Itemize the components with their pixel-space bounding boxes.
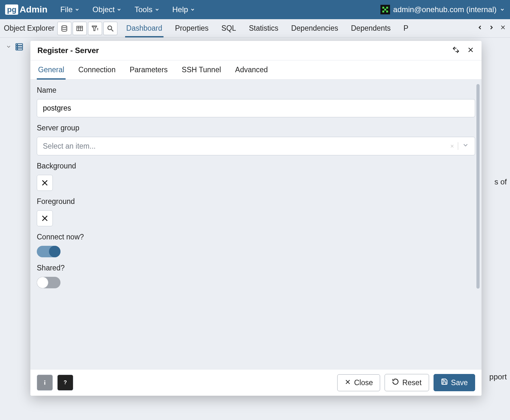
tab-prev-button[interactable] bbox=[477, 24, 483, 33]
user-label: admin@onehub.com (internal) bbox=[393, 5, 497, 14]
reset-button-label: Reset bbox=[402, 378, 421, 387]
menu-object[interactable]: Object bbox=[92, 5, 122, 14]
svg-rect-2 bbox=[386, 7, 388, 9]
dialog-tab-parameters-label: Parameters bbox=[130, 66, 168, 74]
chevron-down-icon bbox=[155, 5, 160, 14]
select-clear-icon[interactable]: × bbox=[450, 143, 454, 150]
dialog-tab-connection-label: Connection bbox=[78, 66, 116, 74]
explorer-toolbar bbox=[57, 22, 117, 35]
tab-overflow-label: P bbox=[403, 24, 408, 32]
tab-dashboard[interactable]: Dashboard bbox=[125, 19, 164, 37]
shared-label: Shared? bbox=[37, 264, 475, 272]
tree-expand-toggle[interactable] bbox=[6, 44, 12, 51]
tab-dependencies[interactable]: Dependencies bbox=[290, 19, 339, 37]
svg-point-28 bbox=[44, 380, 45, 381]
tab-sql-label: SQL bbox=[221, 24, 236, 32]
tab-properties[interactable]: Properties bbox=[174, 19, 210, 37]
chevron-down-icon bbox=[500, 5, 505, 14]
server-group-select[interactable]: Select an item... × bbox=[37, 137, 475, 155]
dialog-tab-ssh-label: SSH Tunnel bbox=[182, 66, 221, 74]
dialog-tab-advanced[interactable]: Advanced bbox=[234, 60, 269, 79]
name-input[interactable] bbox=[37, 99, 475, 117]
background-label: Background bbox=[37, 162, 475, 170]
background-color-clear-button[interactable] bbox=[37, 175, 53, 191]
connect-now-label: Connect now? bbox=[37, 233, 475, 241]
tab-navigation bbox=[477, 24, 506, 33]
filter-button[interactable] bbox=[88, 22, 102, 35]
svg-rect-4 bbox=[382, 11, 384, 12]
chevron-down-icon bbox=[462, 142, 469, 151]
user-menu[interactable]: admin@onehub.com (internal) bbox=[380, 5, 505, 14]
svg-rect-29 bbox=[44, 382, 45, 385]
svg-point-20 bbox=[17, 44, 18, 45]
separator bbox=[458, 142, 458, 150]
view-data-button[interactable] bbox=[73, 22, 87, 35]
chevron-down-icon bbox=[75, 5, 80, 14]
dialog-help-button[interactable]: ? bbox=[57, 375, 73, 391]
tab-close-button[interactable] bbox=[500, 24, 506, 33]
tab-properties-label: Properties bbox=[175, 24, 209, 32]
tab-dependents[interactable]: Dependents bbox=[350, 19, 392, 37]
server-group-label: Server group bbox=[37, 124, 475, 132]
dialog-tab-ssh-tunnel[interactable]: SSH Tunnel bbox=[180, 60, 222, 79]
tab-overflow-hint: P bbox=[402, 19, 410, 37]
svg-rect-7 bbox=[77, 26, 83, 31]
menu-help-label: Help bbox=[172, 5, 188, 14]
save-icon bbox=[441, 378, 448, 387]
tab-statistics[interactable]: Statistics bbox=[248, 19, 280, 37]
svg-rect-5 bbox=[386, 11, 388, 12]
dialog-close-button[interactable] bbox=[467, 46, 474, 55]
object-explorer-title: Object Explorer bbox=[4, 24, 55, 33]
app-header: pg Admin File Object Tools Help admin@on… bbox=[0, 0, 510, 19]
connect-now-toggle[interactable] bbox=[37, 246, 60, 257]
dialog-footer: ? Close Reset Save bbox=[30, 369, 482, 396]
dialog-tab-parameters[interactable]: Parameters bbox=[128, 60, 169, 79]
tab-statistics-label: Statistics bbox=[249, 24, 278, 32]
svg-marker-12 bbox=[93, 27, 96, 31]
svg-point-15 bbox=[108, 26, 112, 30]
menu-object-label: Object bbox=[92, 5, 115, 14]
query-tool-button[interactable] bbox=[57, 22, 71, 35]
foreground-label: Foreground bbox=[37, 197, 475, 206]
logo-pg-badge: pg bbox=[5, 4, 18, 15]
background-text-fragment: pport bbox=[489, 372, 507, 381]
close-icon bbox=[345, 378, 351, 387]
tab-sql[interactable]: SQL bbox=[220, 19, 237, 37]
dialog-tabs: General Connection Parameters SSH Tunnel… bbox=[30, 60, 482, 80]
svg-text:?: ? bbox=[64, 379, 67, 385]
menu-file[interactable]: File bbox=[60, 5, 80, 14]
tab-next-button[interactable] bbox=[488, 24, 495, 33]
dialog-body: Name Server group Select an item... × Ba… bbox=[30, 80, 482, 369]
name-label: Name bbox=[37, 86, 475, 95]
tab-dashboard-label: Dashboard bbox=[126, 24, 163, 32]
chevron-down-icon bbox=[116, 5, 122, 14]
save-button-label: Save bbox=[451, 378, 468, 387]
shared-toggle[interactable] bbox=[37, 277, 60, 288]
dialog-tab-general-label: General bbox=[38, 66, 64, 74]
workspace-tabs-row: Object Explorer Dashboard Properties SQL… bbox=[0, 19, 510, 38]
close-button[interactable]: Close bbox=[337, 374, 380, 391]
svg-point-22 bbox=[17, 49, 18, 50]
background-text-fragment: s of bbox=[494, 177, 507, 186]
dialog-tab-advanced-label: Advanced bbox=[235, 66, 268, 74]
svg-point-21 bbox=[17, 47, 18, 47]
server-group-placeholder: Select an item... bbox=[43, 142, 96, 151]
scrollbar[interactable] bbox=[476, 84, 480, 289]
menu-file-label: File bbox=[60, 5, 73, 14]
tab-dependencies-label: Dependencies bbox=[291, 24, 338, 32]
logo-admin-text: Admin bbox=[20, 4, 47, 15]
dialog-tab-general[interactable]: General bbox=[37, 60, 66, 79]
dialog-tab-connection[interactable]: Connection bbox=[77, 60, 117, 79]
svg-rect-1 bbox=[382, 7, 384, 9]
menu-tools[interactable]: Tools bbox=[134, 5, 159, 14]
reset-button[interactable]: Reset bbox=[385, 374, 429, 391]
avatar bbox=[380, 5, 390, 14]
save-button[interactable]: Save bbox=[434, 374, 475, 391]
menu-help[interactable]: Help bbox=[172, 5, 195, 14]
search-button[interactable] bbox=[103, 22, 117, 35]
dialog-maximize-button[interactable] bbox=[452, 46, 460, 55]
dialog-header: Register - Server bbox=[30, 41, 482, 60]
menu-tools-label: Tools bbox=[134, 5, 152, 14]
foreground-color-clear-button[interactable] bbox=[37, 210, 53, 226]
dialog-info-button[interactable] bbox=[37, 375, 53, 391]
